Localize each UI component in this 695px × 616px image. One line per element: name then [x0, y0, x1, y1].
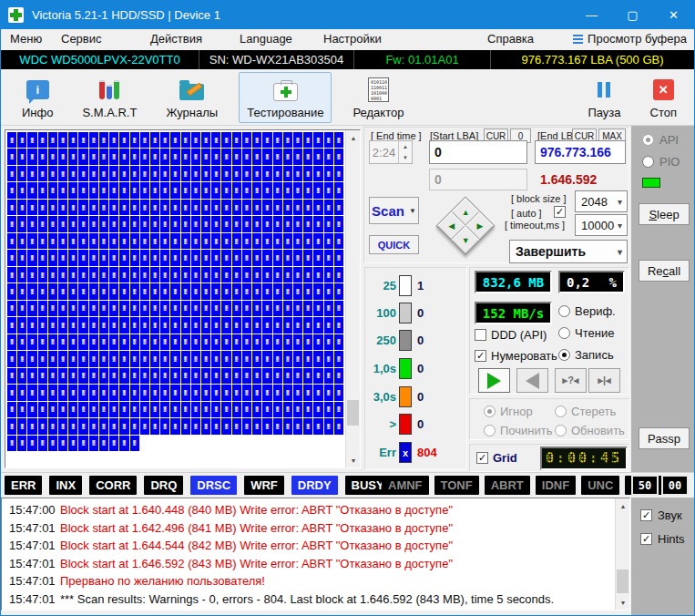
- minimize-button[interactable]: —: [571, 1, 612, 29]
- scanned-block: !: [99, 402, 108, 417]
- seek-error-button[interactable]: ▸?◂: [555, 368, 587, 393]
- flag-AMNF: AMNF: [382, 476, 429, 495]
- scanned-block: !: [293, 250, 302, 265]
- end-time-spinner[interactable]: 2:24 ▲▼: [369, 140, 413, 164]
- scanned-block: !: [201, 317, 210, 333]
- blockmap-scrollbar[interactable]: ▲ ▼: [345, 130, 360, 467]
- block-size-select[interactable]: 2048▾: [575, 190, 628, 212]
- buffer-view-button[interactable]: Просмотр буфера: [573, 32, 687, 46]
- menu-item-5[interactable]: Настройки: [323, 32, 382, 46]
- scanned-block: !: [27, 334, 36, 350]
- maximize-button[interactable]: ▢: [612, 1, 653, 29]
- sound-checkbox[interactable]: ✓: [640, 509, 652, 521]
- scanned-block: !: [17, 267, 26, 282]
- ddd-checkbox-row[interactable]: DDD (API): [475, 328, 547, 342]
- scanned-block: !: [17, 132, 26, 148]
- scanned-block: !: [201, 132, 210, 148]
- editor-tab-button[interactable]: 0101101100111010000001 Редактор: [344, 72, 412, 123]
- scanned-block: !: [262, 283, 271, 299]
- log-row: 15:47:00Block start at 1.640.448 (840 MB…: [1, 498, 694, 616]
- scanned-block: !: [313, 283, 322, 299]
- menu-item-6[interactable]: Справка: [487, 32, 534, 46]
- scanned-block: !: [201, 402, 210, 417]
- auto-label: [ auto ]: [511, 208, 542, 219]
- activity-led: [642, 178, 660, 188]
- radio-icon[interactable]: [558, 305, 570, 317]
- scanned-block: !: [68, 418, 77, 434]
- ddd-checkbox[interactable]: [475, 329, 486, 341]
- scanned-block: !: [58, 132, 67, 148]
- stop-button[interactable]: ✕ Стоп: [642, 72, 685, 123]
- scanned-block: !: [334, 368, 343, 384]
- scanned-block: !: [191, 267, 200, 282]
- app-logo-icon: [8, 7, 24, 23]
- pause-button[interactable]: Пауза: [579, 72, 629, 123]
- scanned-block: !: [201, 250, 210, 265]
- pio-radio-row[interactable]: PIO: [642, 155, 680, 169]
- sleep-button[interactable]: Sleep: [639, 203, 690, 225]
- scanned-block: !: [119, 166, 128, 181]
- legend-count: 804: [417, 446, 437, 459]
- menu-item-3[interactable]: Действия: [150, 32, 202, 46]
- spinner-arrows-icon[interactable]: ▲▼: [398, 141, 412, 163]
- scanned-block: !: [48, 334, 57, 350]
- scan-button[interactable]: Scan ▼: [369, 197, 419, 224]
- scroll-up-icon[interactable]: ▲: [346, 130, 361, 145]
- seek-end-button[interactable]: ▸|◂: [588, 368, 620, 393]
- recall-button[interactable]: Recall: [639, 260, 690, 282]
- scanned-block: !: [78, 301, 87, 316]
- scanned-block: !: [232, 233, 241, 249]
- hints-checkbox-row[interactable]: ✓ Hints: [640, 532, 685, 546]
- mode-radio-Вериф.[interactable]: Вериф.: [558, 304, 616, 318]
- close-button[interactable]: ✕: [653, 1, 694, 29]
- grid-checkbox-row[interactable]: ✓ Grid: [476, 451, 517, 465]
- play-backward-button[interactable]: [516, 368, 548, 393]
- play-forward-button[interactable]: [478, 368, 510, 393]
- grid-checkbox[interactable]: ✓: [476, 452, 488, 464]
- scroll-thumb[interactable]: [617, 570, 629, 593]
- menu-item-2[interactable]: Сервис: [61, 32, 102, 46]
- testing-tab-button[interactable]: Тестирование: [239, 72, 332, 123]
- auto-checkbox[interactable]: ✓: [554, 206, 566, 218]
- scroll-up-icon[interactable]: ▲: [616, 498, 630, 513]
- log-message: Прервано по желанию пользователя!: [60, 572, 265, 590]
- mode-radio-Запись[interactable]: Запись: [558, 348, 614, 362]
- numerate-checkbox-row[interactable]: ✓ Нумеровать: [475, 349, 557, 363]
- scanned-block: !: [48, 418, 57, 434]
- scroll-down-icon[interactable]: ▼: [346, 453, 361, 467]
- scanned-block: !: [58, 250, 67, 265]
- scanned-block: !: [109, 301, 118, 316]
- api-radio-row: API: [642, 133, 679, 147]
- radio-icon[interactable]: [558, 327, 570, 339]
- scanned-block: !: [109, 351, 118, 366]
- scanned-block: !: [313, 233, 322, 249]
- numerate-checkbox[interactable]: ✓: [475, 350, 486, 362]
- legend-color-block: [399, 358, 412, 379]
- mode-radio-Чтение[interactable]: Чтение: [558, 326, 614, 340]
- timeout-select[interactable]: 10000▾: [575, 214, 628, 236]
- sound-checkbox-row[interactable]: ✓ Звук: [640, 508, 682, 522]
- scanned-block: !: [99, 385, 108, 400]
- smart-tab-button[interactable]: S.M.A.R.T: [74, 72, 145, 123]
- action-select[interactable]: Завершить▾: [509, 240, 628, 263]
- info-tab-button[interactable]: i Инфо: [14, 72, 61, 123]
- journals-tab-button[interactable]: Журналы: [158, 72, 226, 123]
- log-row: 15:47:01Прервано по желанию пользователя…: [2, 572, 614, 590]
- end-lba-input[interactable]: 976.773.166: [535, 140, 626, 164]
- legend-color-block: [399, 330, 412, 351]
- scroll-thumb[interactable]: [347, 400, 359, 426]
- scroll-down-icon[interactable]: ▼: [616, 595, 630, 610]
- scanned-block: !: [273, 301, 282, 316]
- scanned-block: !: [191, 149, 200, 164]
- menu-item-4[interactable]: Language: [240, 32, 292, 46]
- log-scrollbar[interactable]: ▲ ▼: [615, 498, 629, 610]
- quick-button[interactable]: QUICK: [369, 235, 419, 254]
- menu-item-1[interactable]: Меню: [10, 32, 42, 46]
- radio-icon[interactable]: [558, 349, 570, 361]
- scanned-block: !: [283, 368, 292, 384]
- hints-checkbox[interactable]: ✓: [640, 533, 652, 545]
- pio-radio[interactable]: [642, 156, 654, 168]
- passp-button[interactable]: Passp: [639, 427, 690, 449]
- start-lba-input[interactable]: 0: [429, 140, 527, 164]
- legend-row: 1000: [365, 303, 424, 323]
